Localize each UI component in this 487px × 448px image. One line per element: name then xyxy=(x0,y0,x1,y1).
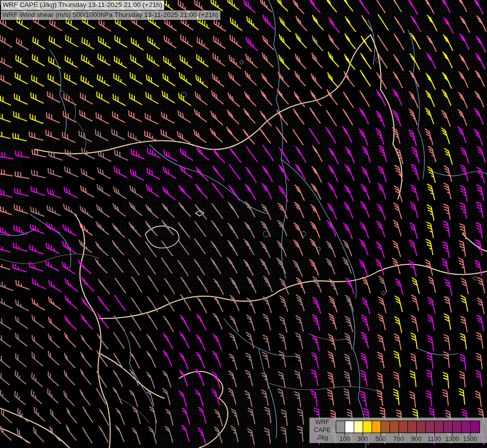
wind-barb xyxy=(50,18,62,30)
wind-barb xyxy=(148,36,160,49)
wind-barb xyxy=(229,185,240,201)
wind-barb xyxy=(443,221,449,237)
wind-barb xyxy=(410,371,416,387)
wind-barb xyxy=(408,130,416,146)
wind-barb xyxy=(49,151,63,160)
title-wind-shear: WRF Wind shear (m/s) 500/1000hPa Thursda… xyxy=(0,10,221,20)
wind-barb xyxy=(211,91,223,105)
wind-barb xyxy=(477,315,484,331)
wind-barb xyxy=(181,277,191,293)
wind-barb xyxy=(297,426,303,442)
wind-barb xyxy=(458,110,467,126)
wind-barb xyxy=(113,370,122,387)
wind-barb xyxy=(32,352,43,366)
wind-barb xyxy=(326,258,335,274)
wind-barb xyxy=(166,409,173,426)
wind-barb xyxy=(81,93,93,104)
wind-barb xyxy=(427,353,433,369)
wind-barb xyxy=(246,333,253,348)
wind-barb xyxy=(327,372,334,388)
wind-barb xyxy=(46,243,60,253)
wind-barb xyxy=(163,187,176,200)
wind-barb xyxy=(147,75,159,87)
wind-barb xyxy=(326,0,337,12)
wind-barb xyxy=(360,202,369,218)
wind-barb xyxy=(292,129,303,145)
wind-barb xyxy=(227,127,239,142)
wind-barb xyxy=(360,391,366,407)
wind-barb xyxy=(179,353,188,369)
wind-barb xyxy=(145,113,158,124)
wind-barb xyxy=(162,112,175,123)
wind-barb xyxy=(444,314,451,330)
legend-cell xyxy=(381,421,390,433)
wind-barb xyxy=(99,426,108,443)
wind-barb xyxy=(309,128,320,144)
wind-barb xyxy=(99,19,111,31)
wind-barb xyxy=(0,35,12,47)
legend-tick-label: 900 xyxy=(411,436,422,443)
wind-barb xyxy=(195,238,205,254)
wind-barb xyxy=(182,425,190,442)
legend-cell xyxy=(444,421,453,433)
wind-barb xyxy=(458,258,465,274)
wind-barb xyxy=(48,91,60,103)
wind-barb xyxy=(17,428,28,443)
wind-barb xyxy=(227,0,239,10)
wind-barb xyxy=(260,111,272,126)
wind-barb xyxy=(476,370,482,386)
wind-barb xyxy=(245,370,253,386)
wind-barb xyxy=(65,333,76,347)
wind-barb xyxy=(227,110,239,124)
wind-barb xyxy=(63,241,76,253)
wind-barb xyxy=(164,35,176,48)
wind-barb xyxy=(360,70,371,86)
wind-barb xyxy=(130,72,143,84)
wind-barb xyxy=(459,371,465,387)
wind-barb xyxy=(29,131,43,140)
wind-barb xyxy=(461,147,469,164)
legend-tick-label: 500 xyxy=(376,436,386,443)
wind-barb xyxy=(328,52,339,67)
legend-cell xyxy=(345,421,354,433)
wind-barb xyxy=(114,56,127,68)
wind-barb xyxy=(280,17,291,32)
wind-barb xyxy=(164,295,174,311)
wind-barb xyxy=(311,73,322,89)
wind-barb xyxy=(393,72,403,88)
wind-barb xyxy=(377,204,386,220)
legend-tick-label: 1100 xyxy=(428,436,441,443)
wind-barb xyxy=(293,260,302,276)
wind-barb xyxy=(312,35,323,51)
wind-barb xyxy=(81,335,93,350)
wind-barb xyxy=(161,129,174,140)
wind-barb xyxy=(410,185,418,201)
wind-barb xyxy=(243,260,253,276)
wind-barb xyxy=(179,223,190,238)
wind-barb xyxy=(428,277,436,293)
wind-barb xyxy=(294,92,305,107)
wind-barb xyxy=(376,90,386,107)
wind-barb xyxy=(34,427,44,442)
wind-barb xyxy=(230,278,240,294)
wind-barb xyxy=(213,148,225,163)
wind-barb xyxy=(312,277,321,293)
wind-barb xyxy=(14,94,27,105)
wind-barb xyxy=(378,183,386,200)
wind-barb xyxy=(345,333,352,349)
title-cape-text: WRF CAPE (J/kg) Thursday 13-11-2025 21:0… xyxy=(2,1,162,8)
wind-barb xyxy=(276,127,287,143)
wind-barb xyxy=(96,388,106,405)
wind-barb xyxy=(131,55,143,67)
wind-barb xyxy=(393,55,403,71)
wind-barb xyxy=(15,151,30,158)
wind-barb xyxy=(310,108,320,123)
legend-label-line2: CAPE xyxy=(314,427,331,435)
wind-barb xyxy=(377,52,388,68)
wind-barb xyxy=(99,409,109,426)
wind-barb xyxy=(329,296,337,312)
wind-barb xyxy=(0,317,11,330)
legend-tick-label: 1500 xyxy=(463,436,477,443)
wind-barb xyxy=(0,56,12,68)
wind-barb xyxy=(130,186,143,198)
